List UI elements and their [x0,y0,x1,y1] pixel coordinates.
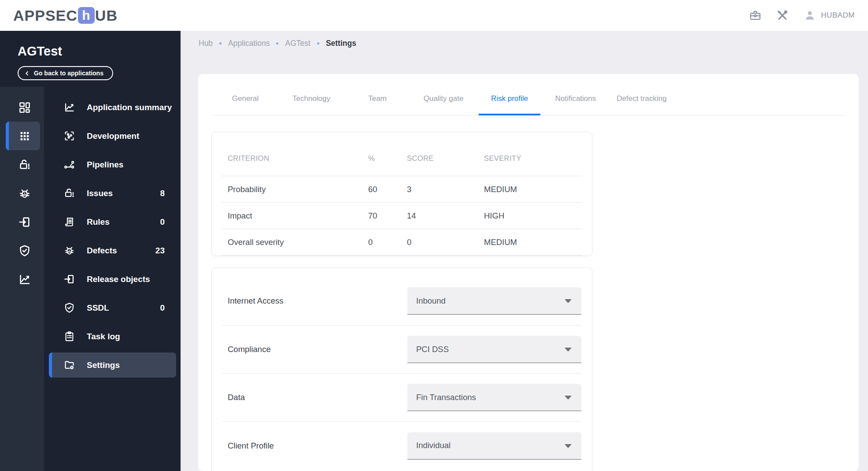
form-row-internet-access: Internet Access Inbound [222,277,581,326]
select-value: Fin Transactions [416,393,476,402]
app-logo[interactable]: APPSEChUB [13,7,118,24]
folder-gear-icon [63,359,75,371]
tab-quality-gate[interactable]: Quality gate [410,94,476,115]
tab-technology[interactable]: Technology [278,94,344,115]
logo-text-left: APPSEC [13,7,78,24]
app-name: AGTest [18,44,163,59]
menu-item-development[interactable]: Development [44,122,181,150]
breadcrumb-item-hub[interactable]: Hub [199,39,213,48]
select-value: Inbound [416,296,446,306]
scroll-icon [63,216,75,228]
cell-percent: 70 [368,211,407,221]
menu-item-task-log[interactable]: Task log [44,322,181,351]
compliance-select[interactable]: PCI DSS [407,336,581,363]
menu-item-pipelines[interactable]: Pipelines [44,150,181,179]
menu-item-rules[interactable]: Rules 0 [44,208,181,236]
back-button[interactable]: Go back to applications [18,66,113,80]
username: HUBADM [821,11,855,20]
breadcrumb-dot [276,42,278,45]
settings-tabs: General Technology Team Quality gate Ris… [212,74,845,115]
menu-label: Release objects [87,274,150,284]
menu-item-defects[interactable]: Defects 23 [44,236,181,265]
cell-criterion: Probability [228,185,368,194]
data-select[interactable]: Fin Transactions [407,384,581,411]
menu-count-ssdl: 0 [160,303,165,313]
breadcrumb: Hub Applications AGTest Settings [199,39,356,48]
menu-item-settings[interactable]: Settings [49,352,176,378]
risk-table: CRITERION % SCORE SEVERITY Probability 6… [212,132,592,256]
menu-item-issues[interactable]: Issues 8 [44,179,181,208]
tools-icon[interactable] [776,9,789,22]
menu-label: Pipelines [87,160,123,170]
menu-label: Task log [87,332,120,341]
menu-item-application-summary[interactable]: Application summary [44,93,181,122]
logo-text-right: UB [95,7,118,24]
tab-defect-tracking[interactable]: Defect tracking [609,94,675,115]
breadcrumb-item-agtest[interactable]: AGTest [285,39,310,48]
client-profile-select[interactable]: Individual [407,432,581,460]
cell-percent: 0 [368,237,407,247]
menu-item-release-objects[interactable]: Release objects [44,265,181,293]
lock-open-alert-icon [18,158,31,171]
field-label: Client Profile [228,441,407,451]
dev-brackets-icon [63,130,75,142]
chevron-left-icon [24,70,30,76]
tab-general[interactable]: General [212,94,278,115]
rail-item-statistics[interactable] [6,265,40,293]
chart-icon [63,101,75,113]
col-percent: % [368,154,407,163]
tab-team[interactable]: Team [344,94,410,115]
menu-label: Rules [87,217,110,227]
clipboard-icon [63,330,75,342]
shield-check-icon [63,302,75,314]
field-label: Compliance [228,345,407,354]
tab-notifications[interactable]: Notifications [543,94,609,115]
dropdown-arrow-icon [565,299,572,303]
rail-item-applications[interactable] [6,122,40,150]
menu-label: Defects [87,246,117,256]
menu-count-rules: 0 [160,217,165,227]
rail-item-defects[interactable] [6,179,40,208]
user-menu[interactable]: HUBADM [803,9,855,22]
cell-score: 3 [407,185,484,194]
select-value: PCI DSS [416,345,449,354]
user-icon [803,9,816,22]
dashboard-icon [18,101,31,114]
form-row-data: Data Fin Transactions [222,374,581,422]
dropdown-arrow-icon [565,444,572,448]
menu-label: Issues [87,189,113,198]
breadcrumb-item-applications[interactable]: Applications [228,39,270,48]
icon-rail [0,87,44,471]
rail-item-ssdl[interactable] [6,236,40,265]
logo-h-tile: h [78,7,95,24]
pipeline-branch-icon [63,159,75,171]
internet-access-select[interactable]: Inbound [407,287,581,315]
apps-grid-icon [18,130,31,143]
col-criterion: CRITERION [228,154,368,163]
form-row-compliance: Compliance PCI DSS [222,326,581,374]
col-score: SCORE [407,154,484,163]
tab-risk-profile[interactable]: Risk profile [476,94,543,115]
chart-icon [18,273,31,286]
shield-check-icon [18,244,31,257]
cell-severity: HIGH [484,211,576,221]
menu-item-ssdl[interactable]: SSDL 0 [44,293,181,322]
risk-profile-form-card: Internet Access Inbound Compliance PCI D… [211,267,592,471]
breadcrumb-dot [219,42,222,45]
cell-score: 14 [407,211,484,221]
breadcrumb-item-settings: Settings [326,39,356,48]
cell-severity: MEDIUM [484,237,576,247]
bug-icon [18,187,31,200]
risk-table-header: CRITERION % SCORE SEVERITY [222,132,582,176]
table-row-overall-severity: Overall severity 0 0 MEDIUM [222,229,582,256]
table-row-impact: Impact 70 14 HIGH [222,203,582,229]
exit-icon [63,273,75,285]
field-label: Internet Access [228,296,407,306]
toolbox-icon[interactable] [749,9,762,22]
rail-item-issues[interactable] [6,150,40,179]
breadcrumb-dot [317,42,319,45]
rail-item-release-objects[interactable] [6,208,40,236]
lock-open-alert-icon [63,187,75,199]
top-header: APPSEChUB HUBADM [0,0,868,31]
rail-item-dashboard[interactable] [6,93,40,122]
